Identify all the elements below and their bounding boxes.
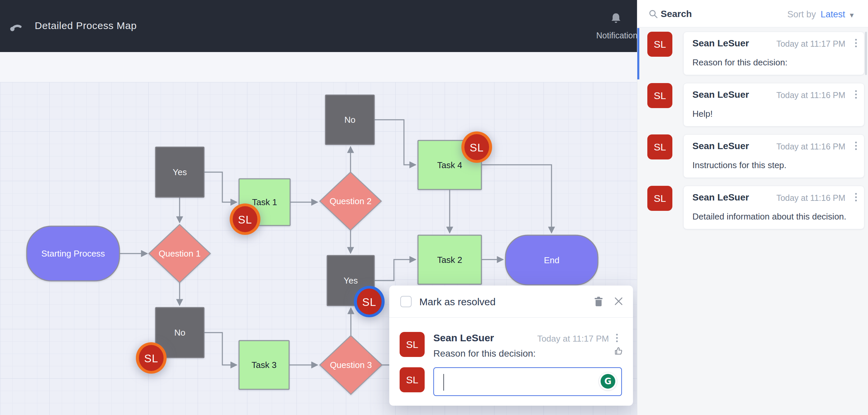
avatar: SL [647,32,672,57]
flow-node-starting-process[interactable]: Starting Process [27,226,120,281]
avatar: SL [647,134,672,160]
comment-marker-initials: SL [470,141,484,154]
comment-list-item[interactable]: SL Sean LeSuer Today at 11:17 PM Reason … [637,32,868,75]
comment-timestamp: Today at 11:16 PM [776,193,845,203]
flow-edge-8 [374,260,416,281]
flow-node-question-1[interactable]: Question 1 [149,224,210,283]
notifications-label: Notification [596,31,637,40]
chevron-down-icon: ▼ [850,11,854,19]
comment-card[interactable]: Sean LeSuer Today at 11:17 PM Reason for… [683,32,864,75]
comment-list-item[interactable]: SL Sean LeSuer Today at 11:16 PM Detaile… [637,186,868,229]
comment-menu-icon[interactable] [616,333,618,344]
flow-node-task-2[interactable]: Task 2 [418,235,482,284]
sort-control[interactable]: Sort by Latest ▼ [787,9,854,20]
comment-timestamp: Today at 11:17 PM [776,39,845,49]
flow-node-label: End [544,255,559,265]
flow-node-yes-top[interactable]: Yes [156,147,204,197]
flow-edge-12 [204,333,237,365]
grammarly-icon[interactable]: G [598,372,617,391]
flow-node-label: Yes [173,167,187,177]
trash-icon[interactable] [594,296,603,307]
flow-node-label: Task 3 [251,360,276,370]
flow-node-no-top[interactable]: No [326,95,374,144]
comment-author: Sean LeSuer [692,38,749,49]
app-window: Detailed Process Map Notification Page T… [0,0,868,415]
flow-node-label: Starting Process [41,248,105,258]
flow-node-label: Question 2 [330,196,372,206]
comment-marker-initials: SL [144,352,158,365]
comments-sidebar: Search Sort by Latest ▼ SL Sean LeSuer T… [637,0,868,415]
flow-edge-11 [482,165,552,233]
flow-node-label: Task 1 [252,197,277,207]
comment-menu-icon[interactable] [855,192,857,204]
comment-menu-icon[interactable] [855,90,857,101]
comment-list-item[interactable]: SL Sean LeSuer Today at 11:16 PM Help! [637,83,868,127]
comment-timestamp: Today at 11:16 PM [776,142,845,151]
comment-text: Reason for this decision: [433,348,536,359]
comment-marker-0[interactable]: SL [230,204,260,235]
text-cursor [443,374,444,391]
comment-marker-initials: SL [238,213,252,226]
toolbar: Page Text Image Container Insert shape + [0,52,637,82]
thumbs-up-icon[interactable] [614,346,624,356]
comment-author: Sean LeSuer [692,192,749,203]
flow-node-task-3[interactable]: Task 3 [239,341,289,389]
mark-resolved-label: Mark as resolved [419,296,495,308]
flow-node-end[interactable]: End [505,235,598,285]
reply-input[interactable] [437,370,591,393]
page-title: Detailed Process Map [35,20,136,31]
comment-text: Help! [692,109,713,119]
search-icon [648,9,658,19]
comment-card[interactable]: Sean LeSuer Today at 11:16 PM Detailed i… [683,186,864,229]
top-bar: Detailed Process Map Notification [0,0,637,52]
flow-edge-6 [374,120,416,165]
flow-node-question-3[interactable]: Question 3 [320,336,382,394]
comment-menu-icon[interactable] [855,38,857,49]
comment-author: Sean LeSuer [692,90,749,100]
comment-thread-popup: Mark as resolved SL Sean LeSuer Today at… [389,285,633,406]
comment-marker-initials: SL [362,296,376,308]
search-input[interactable]: Search [661,9,692,19]
comment-text: Detailed information about this decision… [692,211,846,222]
comment-author: Sean LeSuer [692,141,749,151]
flow-node-label: Question 1 [159,248,200,258]
comment-marker-3[interactable]: SL [136,342,166,374]
comment-card[interactable]: Sean LeSuer Today at 11:16 PM Instructio… [683,134,864,178]
avatar: SL [647,83,672,108]
comment-card[interactable]: Sean LeSuer Today at 11:16 PM Help! [683,83,864,127]
avatar: SL [400,367,425,392]
mark-resolved-checkbox[interactable] [400,296,412,307]
comment-text: Instructions for this step. [692,160,786,170]
avatar: SL [647,186,672,211]
flow-edge-3 [204,172,237,202]
comment-timestamp: Today at 11:17 PM [537,334,609,344]
comment-marker-2[interactable]: SL [354,286,384,317]
sort-by-label: Sort by [787,9,816,20]
avatar: SL [400,332,425,357]
comment-list-item[interactable]: SL Sean LeSuer Today at 11:16 PM Instruc… [637,134,868,178]
reply-input-box: G [433,367,622,396]
comment-author: Sean LeSuer [433,332,494,344]
comment-timestamp: Today at 11:16 PM [776,91,845,100]
sort-value[interactable]: Latest [820,9,845,20]
flow-node-label: Question 3 [330,360,372,370]
flow-node-label: No [344,115,355,125]
app-logo-icon [9,19,23,33]
comment-menu-icon[interactable] [855,141,857,152]
comment-text: Reason for this decision: [692,57,787,68]
flow-node-label: No [174,327,185,338]
comment-marker-1[interactable]: SL [461,132,492,163]
flow-node-question-2[interactable]: Question 2 [320,172,381,230]
bell-icon [610,12,622,25]
popup-header: Mark as resolved [389,285,633,318]
flow-node-label: Task 2 [437,255,462,265]
notifications-button[interactable]: Notification [595,11,637,41]
sidebar-header: Search Sort by Latest ▼ [637,0,868,27]
close-icon[interactable] [614,297,623,306]
flow-node-label: Yes [344,276,358,285]
flow-node-label: Task 4 [437,160,462,170]
